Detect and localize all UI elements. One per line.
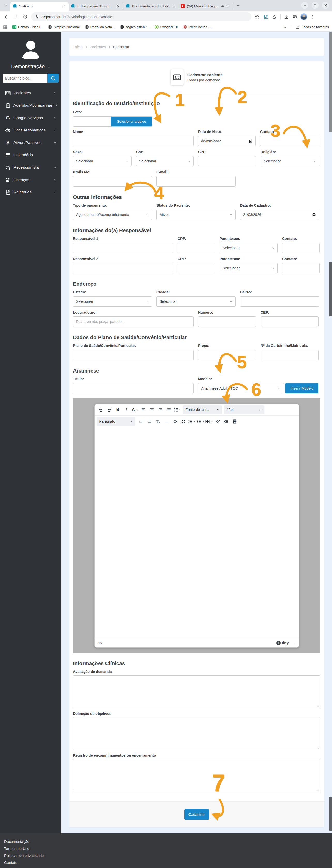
tab-close-icon[interactable] [117,5,121,8]
search-button[interactable] [47,74,59,83]
font-size-select[interactable]: 12pt [224,405,264,414]
tab-close-icon[interactable] [62,5,66,8]
registro-textarea[interactable] [73,759,321,792]
bookmark-portal-nota[interactable]: Portal da Nota... [85,25,115,29]
new-tab-button[interactable] [234,2,242,9]
fullscreen-icon[interactable] [179,417,188,426]
nome-input[interactable] [73,136,194,146]
responsavel1-cpf-input[interactable] [177,243,215,253]
plano-input[interactable] [73,350,194,360]
profissao-input[interactable] [73,176,152,187]
data-cadastro-input[interactable]: 21/03/2026 [240,210,319,220]
align-center-icon[interactable] [148,405,156,414]
tab-documentacao[interactable]: Documentação do SisP [123,2,178,11]
page-break-icon[interactable] [222,417,230,426]
tab-close-icon[interactable] [171,5,175,8]
tab-audio-icon[interactable] [221,5,224,8]
footer-link-contato[interactable]: Contato [4,859,332,866]
sidebar-item-docs-automaticos[interactable]: Docs Automáticos [0,124,61,136]
browser-menu-icon[interactable] [308,13,317,21]
minimize-button[interactable] [301,2,308,9]
editor-content-area[interactable] [94,427,299,638]
inserir-modelo-button[interactable]: Inserir Modelo [285,383,318,394]
sidebar-item-recepcionista[interactable]: Recepcionista [0,161,61,174]
clear-formatting-icon[interactable] [154,417,162,426]
bookmark-swagger[interactable]: Swagger UI [155,25,178,29]
carteirinha-input[interactable] [260,350,319,360]
avaliacao-textarea[interactable] [73,675,321,708]
resize-grip-icon[interactable] [316,704,319,707]
address-bar[interactable]: sispsico.com.br/psychologist/patients/cr… [31,12,251,21]
responsavel2-contato-input[interactable] [282,263,320,273]
editor-resize-handle[interactable] [292,641,296,645]
sexo-select[interactable]: Selecionar [73,156,132,166]
italic-icon[interactable]: I [122,405,131,414]
cpf-input[interactable] [198,156,256,166]
indent-icon[interactable] [145,417,154,426]
print-icon[interactable] [231,417,239,426]
bold-icon[interactable]: B [114,405,122,414]
cidade-select[interactable]: Selecionar [157,296,236,307]
bookmarks-overflow-chevron[interactable]: » [284,25,286,29]
tab-sispsico[interactable]: SisPsico [10,2,68,11]
bookmark-prestcontas[interactable]: PrestContas -... [183,25,212,29]
outdent-icon[interactable] [137,417,145,426]
tipo-pagamento-select[interactable]: Agendamento/Acompanhamento [73,210,152,220]
table-icon[interactable] [205,417,213,426]
profile-avatar[interactable] [300,13,308,21]
bookmark-sagres-gitlab[interactable]: sagres.gitlab.t... [120,25,149,29]
data-nasc-input[interactable]: dd/mm/aaaa [198,136,256,146]
font-family-select[interactable]: Fonte do sist... [183,405,222,414]
align-justify-icon[interactable] [165,405,173,414]
playlist-extension-icon[interactable] [291,13,299,21]
close-button[interactable] [322,2,329,9]
cor-select[interactable]: Selecionar [136,156,194,166]
objetivos-textarea[interactable] [73,717,321,750]
resize-grip-icon[interactable] [316,746,319,749]
tab-search-button[interactable] [2,2,9,9]
breadcrumb-inicio[interactable]: Início [74,45,83,49]
modelo-select[interactable]: Anamnese Adulto TCC [198,383,284,394]
profile-menu[interactable]: Demonstração [0,64,61,69]
cep-input[interactable] [260,316,319,327]
bullet-list-icon[interactable] [196,417,205,426]
titulo-input[interactable] [73,383,194,394]
footer-link-termos[interactable]: Termos de Uso [4,845,332,852]
tab-editar-pagina[interactable]: Editar página "Documen [68,2,123,11]
resize-grip-icon[interactable] [316,788,319,791]
text-color-icon[interactable]: A [131,405,139,414]
responsavel2-input[interactable] [73,263,173,273]
bookmark-star-icon[interactable] [253,13,261,21]
sidebar-item-pacientes[interactable]: Pacientes [0,87,61,99]
reload-button[interactable] [21,12,29,21]
extensions-puzzle-icon[interactable] [271,13,279,21]
foto-file-input[interactable]: Selecionar arquivo [73,116,152,127]
responsavel1-input[interactable] [73,243,173,253]
link-icon[interactable] [214,417,222,426]
bookmark-simples-nacional[interactable]: Simples Nacional [48,25,79,29]
estado-select[interactable]: Selecionar [73,296,152,307]
tab-close-icon[interactable] [226,5,230,8]
sidebar-item-licencas[interactable]: Licenças [0,174,61,186]
breadcrumb-pacientes[interactable]: Pacientes [89,45,106,49]
scrollbar-thumb[interactable] [329,797,332,831]
sidebar-item-calendario[interactable]: Calendário [0,149,61,161]
align-left-icon[interactable] [139,405,148,414]
scrollbar-thumb[interactable] [329,262,332,316]
footer-link-politicas[interactable]: Políticas de privacidade [4,852,332,859]
cadastrar-button[interactable]: Cadastrar [184,809,209,820]
tiny-brand[interactable]: t tiny [276,641,296,645]
ordered-list-icon[interactable] [188,417,196,426]
redo-icon[interactable] [105,405,113,414]
align-right-icon[interactable] [157,405,165,414]
blog-search-input[interactable] [3,74,47,83]
parentesco2-select[interactable]: Selecionar [220,263,278,273]
responsavel1-contato-input[interactable] [282,243,320,253]
email-input[interactable] [157,176,236,187]
all-bookmarks[interactable]: Todos os favoritos [291,25,329,29]
sidebar-item-google-servicos[interactable]: GGoogle Serviços [0,112,61,124]
site-settings-icon[interactable] [35,15,39,19]
numero-input[interactable] [198,316,256,327]
select-file-button[interactable]: Selecionar arquivo [111,117,152,126]
profile-avatar-large[interactable] [0,32,61,61]
